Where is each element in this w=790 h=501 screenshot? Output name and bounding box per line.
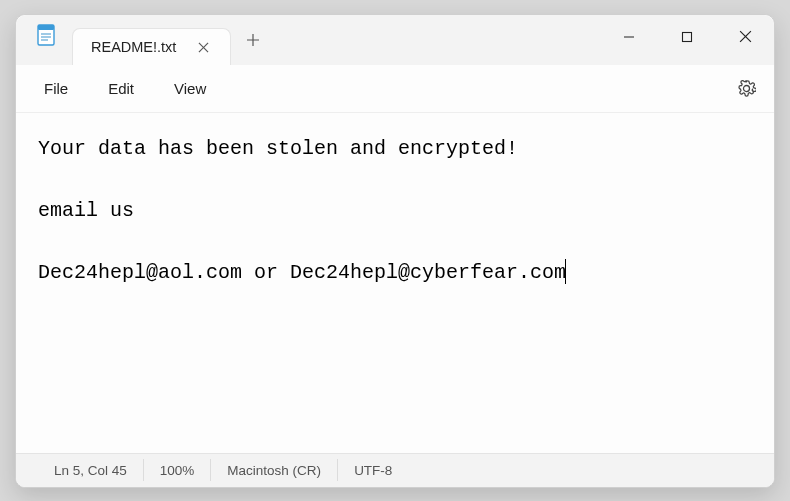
- title-bar[interactable]: README!.txt: [16, 15, 774, 65]
- status-position[interactable]: Ln 5, Col 45: [38, 459, 144, 481]
- settings-button[interactable]: [728, 70, 764, 106]
- text-caret: [565, 259, 566, 284]
- status-encoding[interactable]: UTF-8: [338, 459, 408, 481]
- plus-icon: [246, 33, 260, 47]
- new-tab-button[interactable]: [235, 22, 271, 58]
- status-line-ending[interactable]: Macintosh (CR): [211, 459, 338, 481]
- maximize-icon: [681, 31, 693, 43]
- tab-title: README!.txt: [91, 39, 176, 55]
- notepad-app-icon: [34, 23, 58, 47]
- svg-rect-10: [683, 32, 692, 41]
- notepad-window: README!.txt: [15, 14, 775, 488]
- document-content: Your data has been stolen and encrypted!…: [38, 137, 566, 284]
- close-icon: [739, 30, 752, 43]
- svg-rect-1: [38, 25, 54, 30]
- maximize-button[interactable]: [658, 15, 716, 59]
- menu-file[interactable]: File: [24, 72, 88, 105]
- close-icon: [198, 42, 209, 53]
- status-zoom[interactable]: 100%: [144, 459, 212, 481]
- close-window-button[interactable]: [716, 15, 774, 59]
- menu-edit[interactable]: Edit: [88, 72, 154, 105]
- gear-icon: [737, 79, 756, 98]
- tab-close-button[interactable]: [190, 34, 216, 60]
- minimize-icon: [623, 31, 635, 43]
- text-editor-area[interactable]: Your data has been stolen and encrypted!…: [16, 113, 774, 453]
- minimize-button[interactable]: [600, 15, 658, 59]
- menu-view[interactable]: View: [154, 72, 226, 105]
- status-bar: Ln 5, Col 45 100% Macintosh (CR) UTF-8: [16, 453, 774, 487]
- menu-bar: File Edit View: [16, 65, 774, 113]
- tab-active[interactable]: README!.txt: [72, 28, 231, 66]
- window-controls: [600, 15, 774, 59]
